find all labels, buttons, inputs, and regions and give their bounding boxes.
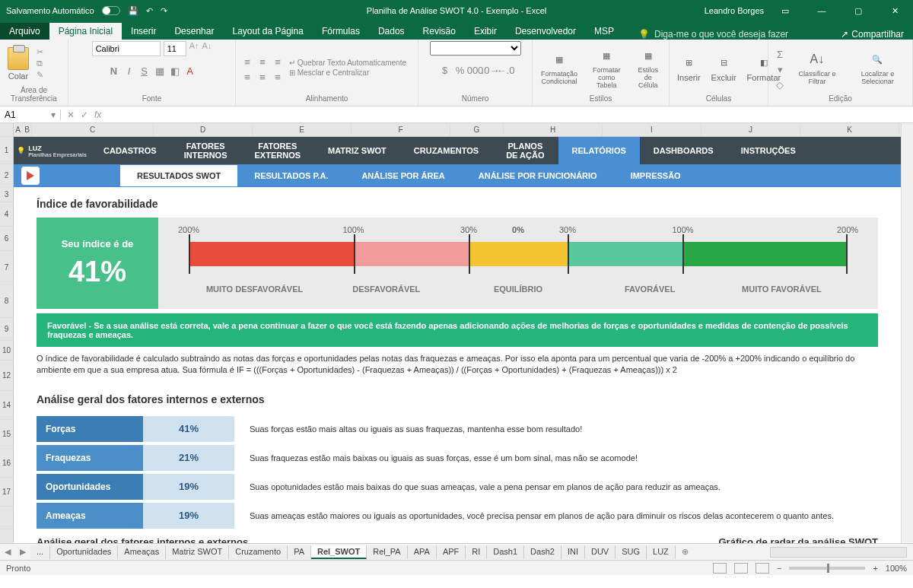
row-header[interactable]: 8	[0, 284, 13, 318]
cancel-formula-icon[interactable]: ✕	[67, 110, 75, 120]
zoom-in-icon[interactable]: +	[873, 564, 877, 573]
inc-decimal-icon[interactable]: .0→	[484, 63, 498, 77]
row-header[interactable]: 2	[0, 164, 13, 187]
tab-layout[interactable]: Layout da Página	[223, 23, 312, 40]
undo-icon[interactable]: ↶	[146, 6, 153, 16]
autosave-toggle[interactable]	[102, 6, 120, 15]
sheet-tab[interactable]: ...	[30, 545, 50, 559]
formula-input[interactable]	[107, 109, 907, 120]
tell-me[interactable]: 💡Diga-me o que você deseja fazer	[638, 29, 788, 40]
nav-cadastros[interactable]: CADASTROS	[90, 137, 170, 164]
fx-icon[interactable]: fx	[94, 110, 101, 120]
sheet-tab[interactable]: Dash1	[487, 545, 524, 559]
italic-button[interactable]: I	[122, 64, 136, 78]
enter-formula-icon[interactable]: ✓	[81, 110, 88, 120]
clear-icon[interactable]: ◇	[773, 78, 787, 91]
sheet-tab[interactable]: PA	[288, 545, 311, 559]
sheet-tab[interactable]: Oportunidades	[50, 545, 118, 559]
tab-dados[interactable]: Dados	[369, 23, 414, 40]
col-header[interactable]: E	[253, 123, 352, 136]
nav-dashboards[interactable]: DASHBOARDS	[640, 137, 727, 164]
nav-matriz-swot[interactable]: MATRIZ SWOT	[314, 137, 400, 164]
row-header[interactable]: 17	[0, 478, 13, 507]
tab-formulas[interactable]: Fórmulas	[313, 23, 369, 40]
sheet-tab[interactable]: APF	[437, 545, 466, 559]
col-header[interactable]: D	[154, 123, 253, 136]
sheet-tab[interactable]: INI	[561, 545, 585, 559]
row-header[interactable]: 10	[0, 341, 13, 361]
percent-icon[interactable]: %	[453, 63, 467, 77]
nav-planos-acao[interactable]: PLANOS DE AÇÃO	[492, 137, 558, 164]
format-painter-icon[interactable]: ✎	[37, 70, 43, 80]
row-header[interactable]	[0, 123, 13, 137]
merge-center-button[interactable]: ⊞ Mesclar e Centralizar	[289, 68, 406, 77]
delete-cells-button[interactable]: ⊟Excluir	[708, 52, 740, 84]
fill-icon[interactable]: ▾	[773, 62, 787, 76]
font-size-input[interactable]	[164, 41, 186, 56]
col-header[interactable]: G	[450, 123, 504, 136]
row-header[interactable]: 12	[0, 361, 13, 391]
zoom-slider[interactable]	[789, 567, 865, 570]
col-header[interactable]: J	[701, 123, 800, 136]
autosum-icon[interactable]: Σ	[773, 47, 787, 61]
align-center-icon[interactable]: ≡	[256, 70, 269, 84]
currency-icon[interactable]: $	[438, 63, 452, 77]
increase-font-icon[interactable]: A↑	[189, 41, 199, 56]
row-header[interactable]: 9	[0, 318, 13, 341]
col-header[interactable]: K	[800, 123, 899, 136]
cell-styles-button[interactable]: ▦Estilos de Célula	[631, 45, 664, 91]
find-select-button[interactable]: 🔍Localizar e Selecionar	[848, 49, 908, 87]
row-header[interactable]: 7	[0, 251, 13, 284]
number-format-select[interactable]	[430, 41, 521, 56]
tab-inserir[interactable]: Inserir	[122, 23, 165, 40]
page-break-view-icon[interactable]	[756, 563, 769, 574]
sheet-tab[interactable]: SUG	[616, 545, 647, 559]
sheet-tab[interactable]: Cruzamento	[229, 545, 288, 559]
normal-view-icon[interactable]	[713, 563, 727, 574]
col-header[interactable]: I	[603, 123, 701, 136]
underline-button[interactable]: S	[138, 64, 151, 78]
sheet-tab[interactable]: Dash2	[524, 545, 561, 559]
tab-msp[interactable]: MSP	[585, 23, 623, 40]
user-name[interactable]: Leandro Borges	[705, 6, 764, 15]
sheet-tab[interactable]: Rel_SWOT	[311, 545, 367, 559]
row-header[interactable]: 14	[0, 391, 13, 420]
col-header[interactable]: F	[352, 123, 450, 136]
insert-cells-button[interactable]: ⊞Inserir	[674, 52, 704, 84]
sheet-tab[interactable]: APA	[408, 545, 437, 559]
sheet-tab[interactable]: RI	[466, 545, 487, 559]
minimize-icon[interactable]: —	[806, 0, 837, 21]
row-header[interactable]: 1	[0, 137, 13, 164]
nav-relatorios[interactable]: RELATÓRIOS	[558, 137, 640, 164]
col-header[interactable]: C	[32, 123, 154, 136]
subnav-impressao[interactable]: IMPRESSÃO	[614, 165, 698, 186]
sheet-tab[interactable]: Matriz SWOT	[166, 545, 229, 559]
col-header[interactable]: B	[23, 123, 32, 136]
sheet-tab[interactable]: Rel_PA	[367, 545, 407, 559]
nav-cruzamentos[interactable]: CRUZAMENTOS	[400, 137, 492, 164]
add-sheet-button[interactable]: ⊕	[676, 547, 695, 557]
row-header[interactable]	[0, 507, 13, 529]
redo-icon[interactable]: ↷	[161, 6, 167, 16]
subnav-resultados-swot[interactable]: RESULTADOS SWOT	[120, 165, 237, 186]
comma-icon[interactable]: 000	[469, 63, 482, 77]
font-name-input[interactable]	[92, 41, 161, 56]
cut-icon[interactable]: ✂	[37, 47, 43, 57]
sheet-nav-left-icon[interactable]: ◀	[0, 547, 15, 557]
zoom-level[interactable]: 100%	[886, 564, 907, 573]
tab-arquivo[interactable]: Arquivo	[0, 23, 49, 40]
dec-decimal-icon[interactable]: ←.0	[499, 63, 513, 77]
close-icon[interactable]: ✕	[880, 0, 910, 21]
ribbon-options-icon[interactable]: ▭	[770, 0, 800, 21]
subnav-analise-funcionario[interactable]: ANÁLISE POR FUNCIONÁRIO	[462, 165, 614, 186]
align-left-icon[interactable]: ≡	[240, 70, 254, 84]
horizontal-scrollbar[interactable]	[770, 547, 907, 558]
font-color-button[interactable]: A	[183, 64, 197, 78]
row-header[interactable]: 16	[0, 449, 13, 478]
nav-instrucoes[interactable]: INSTRUÇÕES	[727, 137, 810, 164]
paste-button[interactable]: Colar	[5, 46, 32, 82]
tab-revisao[interactable]: Revisão	[414, 23, 465, 40]
nav-fatores-internos[interactable]: FATORES INTERNOS	[170, 137, 241, 164]
align-top-icon[interactable]: ≡	[240, 55, 254, 68]
fill-color-button[interactable]: ◧	[168, 64, 182, 78]
